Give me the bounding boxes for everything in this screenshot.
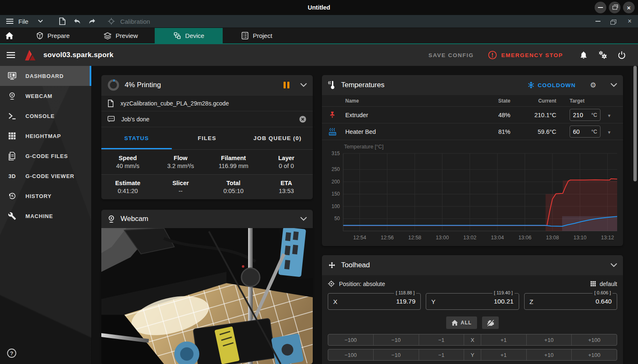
minimize-button[interactable] [595,2,606,13]
svg-text:13:08: 13:08 [546,235,559,241]
tab-preview[interactable]: Preview [87,28,155,43]
home-all-label: ALL [461,320,472,326]
stat-value: 116.99 mm [219,163,248,169]
stat-label: Speed [119,155,137,161]
axis-alt-value: [ 0.606 ] [593,290,613,295]
x-position-field[interactable]: X 119.79 [ 118.88 ] [328,293,421,310]
z-position-field[interactable]: Z 0.640 [ 0.606 ] [524,293,617,310]
sidebar-item-label: HISTORY [25,193,52,199]
collapse-toolhead-button[interactable] [610,263,617,267]
svg-text:13:04: 13:04 [491,235,504,241]
svg-text:13:02: 13:02 [463,235,476,241]
restore-icon [613,6,617,10]
tab-project[interactable]: Project [223,28,291,43]
power-button[interactable] [612,50,631,60]
move-button[interactable]: −1 [419,334,464,345]
move-button[interactable]: +100 [571,334,617,345]
stat-value: 13:53 [279,188,294,194]
save-config-button[interactable]: SAVE CONFIG [428,52,474,58]
tab-files[interactable]: FILES [172,127,242,149]
bed-target-dropdown[interactable]: ▼ [607,130,611,135]
interface-settings-button[interactable] [593,50,612,60]
svg-text:13:06: 13:06 [518,235,531,241]
stats-row-2: Estimate0:41:20 Slicer-- Total0:05:10 ET… [101,174,313,199]
motors-off-button[interactable] [482,316,499,329]
move-button[interactable]: −100 [328,334,373,345]
home-icon [5,32,13,39]
sidebar-item-dashboard[interactable]: DASHBOARD [0,66,91,86]
sidebar-item-machine[interactable]: MACHINE [0,206,91,226]
restore-button[interactable] [609,2,620,13]
window-title: Untitled [308,4,330,11]
axis-value: 100.21 [494,298,513,305]
move-button[interactable]: −10 [373,349,419,360]
sidebar-item-console[interactable]: CONSOLE [0,106,91,126]
emergency-stop-button[interactable]: EMERGENCY STOP [488,50,563,60]
app-minimize-button[interactable] [594,17,602,25]
file-menu-label: File [18,18,28,25]
dismiss-message-button[interactable] [299,115,306,123]
calibration-menu[interactable]: Calibration [106,17,150,26]
sidebar-item-gcode-viewer[interactable]: 3D G-CODE VIEWER [0,166,91,186]
extruder-nozzle-icon [329,111,336,119]
extruder-target-input[interactable]: 210 °C [570,109,600,121]
device-icon [173,32,181,40]
help-button[interactable]: ? [7,348,17,358]
preset-label: default [600,281,617,287]
app-close-button[interactable]: × [625,17,634,25]
move-button[interactable]: +1 [481,334,526,345]
move-button[interactable]: −10 [373,334,419,345]
toolhead-card: Toolhead Position: absolute default [322,255,623,364]
app-restore-button[interactable] [610,17,618,25]
move-button[interactable]: −100 [328,349,373,360]
bed-target-input[interactable]: 60 °C [570,126,600,138]
tab-prepare[interactable]: Prepare [19,28,87,43]
heater-name: Extruder [345,112,368,118]
sidebar-item-label: WEBCAM [25,93,53,99]
sidebar-toggle-button[interactable] [7,52,15,58]
temperature-chart: 5010015020025031512:5412:5612:5813:0013:… [322,140,623,246]
gcode-files-icon [7,152,17,161]
collapse-status-button[interactable] [300,83,307,87]
sidebar-item-heightmap[interactable]: HEIGHTMAP [0,126,91,146]
cooldown-button[interactable]: COOLDOWN [528,82,575,88]
notifications-button[interactable] [574,50,593,60]
tab-device[interactable]: Device [155,28,223,43]
y-position-field[interactable]: Y 100.21 [ 119.40 ] [426,293,519,310]
extruder-target-dropdown[interactable]: ▼ [607,113,611,118]
close-button[interactable]: × [623,2,635,13]
move-button[interactable]: +10 [526,334,572,345]
move-button[interactable]: +100 [571,349,617,360]
redo-button[interactable] [87,17,98,26]
svg-text:150: 150 [332,191,340,197]
svg-text:100: 100 [332,203,340,209]
webcam-stream [101,228,313,364]
file-menu[interactable]: File [4,17,46,26]
tab-status[interactable]: STATUS [101,127,172,149]
grid-icon [590,281,596,287]
home-icon [452,320,458,326]
tab-home[interactable] [0,28,19,43]
collapse-webcam-button[interactable] [300,217,307,221]
temperatures-title: Temperatures [341,81,384,89]
undo-button[interactable] [72,17,83,26]
sidebar-item-history[interactable]: HISTORY [0,186,91,206]
new-file-button[interactable] [57,17,68,26]
temperatures-settings-button[interactable]: ⚙ [590,81,596,90]
heater-row-bed: Heater Bed 81% 59.6°C 60 °C ▼ [322,123,623,140]
history-icon [7,192,17,200]
sidebar-item-gcode-files[interactable]: G-CODE FILES [0,146,91,166]
pause-button[interactable] [284,82,289,88]
tab-job-queue[interactable]: JOB QUEUE (0) [242,127,313,149]
collapse-temperatures-button[interactable] [610,83,617,87]
heightmap-icon [7,132,17,140]
move-button[interactable]: +1 [481,349,526,360]
move-button[interactable]: +10 [526,349,572,360]
main-scrollbar[interactable] [633,66,637,364]
emergency-stop-label: EMERGENCY STOP [501,52,563,58]
sidebar-item-webcam[interactable]: WEBCAM [0,86,91,106]
preset-selector[interactable]: default [590,281,617,287]
move-button[interactable]: −1 [419,349,464,360]
scrollbar-thumb[interactable] [633,66,637,181]
home-all-button[interactable]: ALL [446,316,477,329]
